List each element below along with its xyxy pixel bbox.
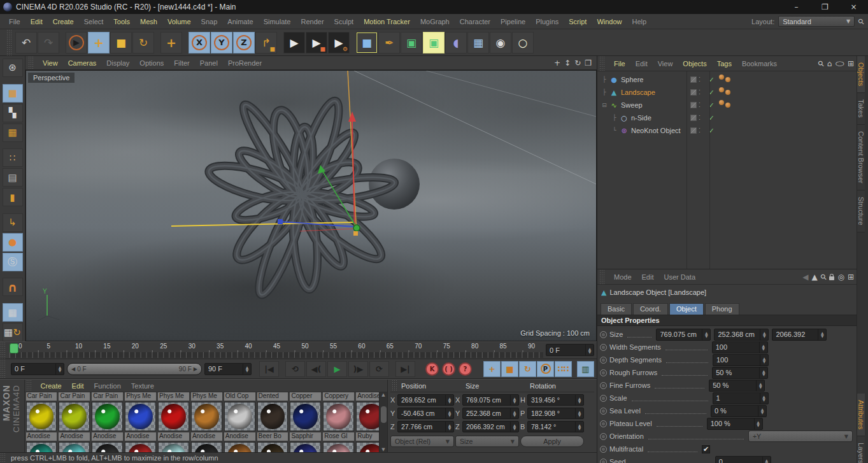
material-anodise[interactable]: Anodise: [26, 432, 57, 452]
focus-icon[interactable]: ◎: [837, 273, 844, 281]
texture-tag-icon[interactable]: [719, 100, 724, 105]
rotation-h-field[interactable]: 319.456 °▲▼: [527, 394, 584, 406]
close-button[interactable]: ×: [839, 0, 868, 14]
spinner-icon[interactable]: ▲▼: [575, 408, 583, 418]
menu-pipeline[interactable]: Pipeline: [495, 18, 530, 25]
material-scrollbar[interactable]: ▲ ▼: [379, 392, 387, 452]
am-menu-mode[interactable]: Mode: [609, 273, 637, 281]
viewport-menu-view[interactable]: View: [38, 59, 63, 67]
viewport-menu-options[interactable]: Options: [134, 59, 169, 67]
visibility-dots[interactable]: ⁚: [699, 115, 701, 121]
menu-sculpt[interactable]: Sculpt: [329, 18, 359, 25]
maximize-button[interactable]: ❐: [811, 0, 839, 14]
rotation-p-field[interactable]: 182.908 °▲▼: [527, 408, 584, 419]
rough-furrows-field[interactable]: 50 %▲▼: [712, 367, 768, 379]
width-segments-field[interactable]: 100▲▼: [712, 341, 768, 353]
spinner-icon[interactable]: ▲▼: [445, 408, 453, 418]
material-phys-me[interactable]: Phys Me: [125, 392, 156, 431]
material-sapphir[interactable]: Sapphir: [290, 432, 321, 452]
menu-script[interactable]: Script: [564, 18, 592, 25]
workplane-rotate-button[interactable]: ▦↻: [3, 323, 23, 341]
viewport-menu-display[interactable]: Display: [101, 59, 134, 67]
size-x-field[interactable]: 769.075 cm▲▼: [462, 394, 519, 406]
search-icon[interactable]: ⚲: [818, 271, 829, 281]
material-car-pain[interactable]: Car Pain: [26, 392, 57, 431]
spinner-icon[interactable]: ▲▼: [585, 345, 594, 355]
position-y-field[interactable]: -50.463 cm▲▼: [397, 408, 454, 419]
texture-tag-icon[interactable]: [725, 90, 730, 95]
keyframe-dot[interactable]: [600, 433, 607, 440]
spinner-icon[interactable]: ▲▼: [818, 329, 826, 340]
record-keyframe-button[interactable]: K: [424, 361, 440, 377]
environment-button[interactable]: ▦: [467, 32, 489, 53]
range-left-arrow-icon[interactable]: ◀: [71, 366, 75, 372]
soft-selection-button[interactable]: Ⓢ: [3, 253, 23, 271]
material-anodise[interactable]: Anodise: [92, 432, 123, 452]
key-rotation-button[interactable]: ↻: [519, 361, 536, 377]
add-manager-icon[interactable]: ⊞: [848, 273, 854, 281]
scroll-down-icon[interactable]: ▼: [381, 447, 385, 452]
current-frame-field[interactable]: 0 F ▲▼: [546, 344, 594, 356]
undo-button[interactable]: ↶: [15, 32, 37, 53]
keyframe-dot[interactable]: [600, 408, 607, 415]
rotate-button[interactable]: ↻: [132, 32, 154, 53]
visibility-dots[interactable]: ⁚: [699, 127, 701, 134]
play-reverse-button[interactable]: ⟲: [285, 361, 305, 377]
menu-simulate[interactable]: Simulate: [259, 18, 296, 25]
menu-motion-tracker[interactable]: Motion Tracker: [359, 18, 415, 25]
panel-tab-objects[interactable]: Objects: [857, 56, 865, 93]
timeline-ruler[interactable]: 051015202530354045505560657075808590: [10, 342, 543, 359]
minimize-button[interactable]: –: [782, 0, 811, 14]
panel-tab-takes[interactable]: Takes: [857, 93, 865, 125]
spinner-icon[interactable]: ▲▼: [575, 422, 583, 432]
live-selection-button[interactable]: ▶: [66, 32, 87, 53]
attribute-manager-grip[interactable]: [599, 269, 605, 284]
object-landscape[interactable]: Landscape: [619, 89, 685, 96]
menu-tools[interactable]: Tools: [108, 18, 135, 25]
make-editable-button[interactable]: ⊛: [3, 59, 23, 77]
object-sweep[interactable]: Sweep: [619, 101, 685, 109]
material-phys-me[interactable]: Phys Me: [191, 392, 222, 431]
keyframe-dot[interactable]: [600, 395, 607, 402]
size-mode-dropdown[interactable]: Size▼: [455, 436, 519, 447]
enabled-check-icon[interactable]: ✓: [706, 114, 716, 122]
timeline-playhead[interactable]: [10, 343, 18, 353]
visibility-dots[interactable]: ⁚: [699, 76, 701, 83]
size-y-field[interactable]: 252.368 cm▲▼: [462, 408, 519, 419]
material-anodise[interactable]: Anodise: [125, 432, 156, 452]
om-menu-bookmarks[interactable]: Bookmarks: [737, 60, 782, 68]
layout-dropdown[interactable]: Standard ▼: [778, 16, 855, 27]
keyframe-help-button[interactable]: ?: [457, 361, 473, 377]
menu-snap[interactable]: Snap: [196, 18, 223, 25]
material-menu-edit[interactable]: Edit: [67, 382, 89, 390]
tab-basic[interactable]: Basic: [601, 303, 632, 315]
key-scale-button[interactable]: ■: [501, 361, 518, 377]
tree-row-landscape[interactable]: ├▲Landscape⁚✓: [597, 86, 857, 99]
texture-tag-icon[interactable]: [719, 75, 724, 80]
spinner-icon[interactable]: ▲▼: [760, 355, 768, 366]
texture-tag-icon[interactable]: [719, 87, 724, 92]
material-copper[interactable]: Copper: [290, 392, 321, 431]
spinner-icon[interactable]: ▲▼: [756, 380, 764, 391]
material-anodise[interactable]: Anodise: [158, 432, 189, 452]
spinner-icon[interactable]: ▲▼: [445, 395, 453, 405]
tree-row-sphere[interactable]: ├●Sphere⁚✓: [597, 73, 857, 86]
material-coppery[interactable]: Coppery: [323, 392, 354, 431]
dolly-view-icon[interactable]: ↕: [564, 59, 571, 68]
add-cube-button[interactable]: ■: [356, 32, 378, 53]
menu-select[interactable]: Select: [79, 18, 109, 25]
layer-toggle[interactable]: [690, 127, 697, 134]
last-tool-button[interactable]: +: [160, 32, 182, 53]
enabled-check-icon[interactable]: ✓: [706, 127, 716, 135]
spinner-icon[interactable]: ▲▼: [754, 418, 762, 429]
spinner-icon[interactable]: ▲▼: [243, 364, 251, 374]
enabled-check-icon[interactable]: ✓: [706, 101, 716, 110]
am-menu-edit[interactable]: Edit: [637, 273, 659, 281]
keyframe-dot[interactable]: [600, 420, 607, 427]
lock-z-button[interactable]: Z: [233, 32, 255, 53]
coordinate-grip[interactable]: [392, 380, 397, 392]
panel-tab-layers[interactable]: Layers: [857, 436, 865, 463]
tree-row-n-side[interactable]: ├○n-Side⁚✓: [597, 111, 857, 124]
play-loop-button[interactable]: ⟳: [369, 361, 389, 377]
generators-button[interactable]: ▣: [423, 32, 445, 53]
